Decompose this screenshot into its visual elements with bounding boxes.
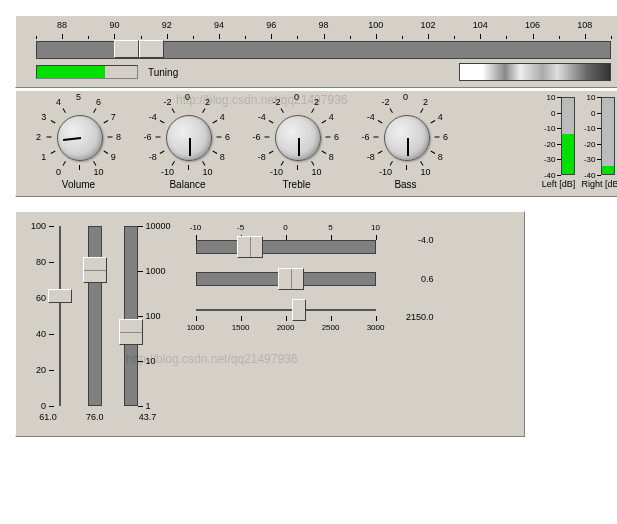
knob-number: -6 (361, 132, 369, 142)
vslider-tick (49, 226, 54, 227)
tuning-tick (350, 36, 351, 39)
vslider-tick-label: 10000 (146, 221, 171, 231)
hslider-2: 100015002000250030002150.0 (196, 304, 510, 330)
meter-fill (562, 134, 574, 174)
tuning-thumb-left[interactable] (114, 40, 139, 58)
knob-number: 8 (329, 152, 334, 162)
knob-number: -8 (149, 152, 157, 162)
tuning-tick (297, 36, 298, 39)
hslider-thumb[interactable] (278, 268, 304, 290)
vslider-track[interactable] (124, 226, 138, 406)
knob-tick (202, 108, 205, 113)
knob-tick (62, 108, 65, 113)
knob-number: -2 (381, 97, 389, 107)
tuning-tick (533, 34, 534, 39)
knob-number: 4 (56, 97, 61, 107)
meter-tick-label: 0 (591, 108, 595, 117)
vslider-thumb[interactable] (83, 257, 107, 283)
tuning-tick (559, 36, 560, 39)
hslider-tick-label: 5 (328, 223, 332, 232)
vslider-tick (138, 226, 143, 227)
tuning-tick (167, 34, 168, 39)
knob-number: -8 (258, 152, 266, 162)
knob-number: -8 (367, 152, 375, 162)
knob-tick (389, 161, 392, 166)
knob-number: 10 (93, 167, 103, 177)
vslider-tick (49, 406, 54, 407)
knob-number: 8 (116, 132, 121, 142)
knob-number: 6 (334, 132, 339, 142)
knob-number: 6 (225, 132, 230, 142)
vslider-value: 76.0 (86, 412, 104, 422)
tuning-panel: 889092949698100102104106108 Tuning (15, 15, 617, 88)
knob-tick (107, 137, 112, 138)
meter-tick-label: -40 (584, 171, 596, 180)
vslider-0: 02040608010061.0 (30, 226, 66, 422)
meter-tick-label: 10 (547, 93, 556, 102)
hslider-scale: 10001500200025003000 (196, 316, 376, 330)
tuning-tick-label: 94 (214, 20, 224, 30)
vslider-2: 11010010001000043.7 (124, 226, 172, 422)
vslider-tick-label: 80 (36, 257, 46, 267)
gradient-bar[interactable] (459, 63, 611, 81)
knob-number: 10 (311, 167, 321, 177)
tuning-tick (402, 36, 403, 39)
tuning-tick (245, 36, 246, 39)
knob-tick (50, 151, 55, 154)
knob-tick (268, 151, 273, 154)
vslider-tick-label: 100 (31, 221, 46, 231)
knob-number: -4 (258, 112, 266, 122)
knob-tick (103, 120, 108, 123)
meter-tick-label: -20 (544, 139, 556, 148)
tuning-tick (428, 34, 429, 39)
knob-tick (280, 108, 283, 113)
knob-tick (62, 161, 65, 166)
knob-number: -4 (367, 112, 375, 122)
knob-dial[interactable] (57, 115, 103, 161)
hslider-track[interactable] (196, 309, 376, 311)
knob-tick (321, 120, 326, 123)
knob-tick (268, 120, 273, 123)
meter-tick-label: 10 (587, 93, 596, 102)
tuning-slider-track[interactable] (36, 41, 611, 59)
vslider-tick-label: 10 (146, 356, 156, 366)
knob-pointer (62, 137, 80, 141)
meter-tick-label: -40 (544, 171, 556, 180)
meter-bar (561, 97, 575, 175)
hslider-track[interactable] (196, 272, 376, 286)
knob-tick (79, 165, 80, 170)
tuning-thumb-right[interactable] (139, 40, 164, 58)
knob-dial[interactable] (275, 115, 321, 161)
vslider-tick (49, 334, 54, 335)
meter-bar (601, 97, 615, 175)
tuning-tick (88, 36, 89, 39)
hslider-tick-label: -5 (237, 223, 244, 232)
vslider-thumb[interactable] (48, 289, 72, 303)
tuning-progress (36, 65, 138, 79)
knob-tick (420, 161, 423, 166)
knob-tick (420, 108, 423, 113)
knob-tick (159, 151, 164, 154)
hslider-tick-label: -10 (190, 223, 202, 232)
hslider-tick-label: 0 (283, 223, 287, 232)
tuning-tick (114, 34, 115, 39)
meter-fill (602, 166, 614, 174)
hslider-track[interactable] (196, 240, 376, 254)
meter-tick-label: -10 (584, 124, 596, 133)
tuning-thumb[interactable] (114, 40, 164, 58)
knob-number: 5 (76, 92, 81, 102)
vslider-track[interactable] (88, 226, 102, 406)
knob-number: -4 (149, 112, 157, 122)
meter-tick-label: -20 (584, 139, 596, 148)
tuning-tick (193, 36, 194, 39)
tuning-tick-label: 92 (162, 20, 172, 30)
hslider-thumb[interactable] (237, 236, 263, 258)
meter-tick-label: -30 (544, 155, 556, 164)
tuning-tick-label: 90 (109, 20, 119, 30)
knob-dial[interactable] (384, 115, 430, 161)
tuning-tick (271, 34, 272, 39)
knob-number: 6 (443, 132, 448, 142)
knob-dial[interactable] (166, 115, 212, 161)
vslider-track[interactable] (59, 226, 61, 406)
vslider-scale: 020406080100 (30, 226, 54, 406)
